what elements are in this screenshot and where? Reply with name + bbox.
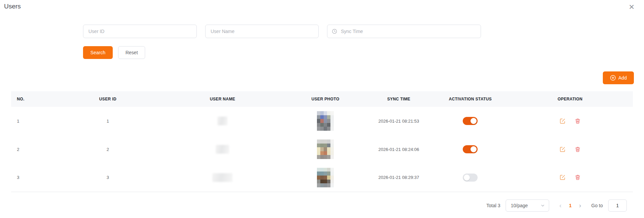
delete-icon[interactable] — [575, 175, 581, 180]
user-id-cell: 2 — [107, 147, 109, 152]
sync-time-field[interactable] — [327, 25, 481, 38]
col-header-operation: OPERATION — [507, 91, 633, 107]
user-photo — [317, 111, 334, 131]
search-button[interactable]: Search — [83, 46, 113, 59]
sync-time-cell: 2026-01-21 08:21:53 — [378, 119, 419, 124]
prev-page-icon[interactable]: ‹ — [559, 202, 561, 209]
chevron-down-icon — [541, 204, 545, 208]
add-button-label: Add — [618, 75, 627, 81]
goto-page-input[interactable] — [608, 199, 627, 212]
page-header: Users ✕ — [0, 0, 644, 11]
activation-toggle[interactable] — [463, 145, 478, 153]
user-id-cell: 3 — [107, 175, 109, 180]
total-count: Total 3 — [486, 203, 500, 208]
col-header-activation-status: ACTIVATION STATUS — [433, 91, 507, 107]
page-number-current[interactable]: 1 — [569, 203, 572, 208]
row-number: 3 — [17, 175, 19, 180]
goto-label: Go to — [591, 203, 603, 208]
close-icon[interactable]: ✕ — [628, 3, 635, 10]
page-size-select[interactable]: 10/page — [506, 199, 549, 212]
next-page-icon[interactable]: › — [579, 202, 581, 209]
filter-panel: Search Reset — [83, 25, 644, 59]
delete-icon[interactable] — [575, 147, 581, 152]
table-row: 2 2 2026-01-21 08:24:06 — [11, 135, 633, 163]
user-photo — [317, 139, 334, 159]
table-row: 1 1 2026-01-21 08:21:53 — [11, 107, 633, 135]
page-size-value: 10/page — [511, 203, 528, 208]
user-id-cell: 1 — [107, 119, 109, 124]
col-header-user-photo: USER PHOTO — [287, 91, 364, 107]
col-header-user-name: USER NAME — [159, 91, 287, 107]
user-name-field[interactable] — [205, 25, 319, 38]
plus-circle-icon — [610, 75, 616, 81]
sync-time-cell: 2026-01-21 08:29:37 — [378, 175, 419, 180]
user-name-redacted — [216, 145, 229, 154]
edit-icon[interactable] — [560, 175, 565, 180]
pagination-bar: Total 3 10/page ‹ 1 › Go to — [0, 199, 644, 212]
toggle-knob — [471, 146, 477, 152]
user-name-input[interactable] — [210, 28, 314, 34]
user-name-redacted — [212, 173, 233, 182]
user-id-field[interactable] — [83, 25, 197, 38]
row-number: 1 — [17, 119, 19, 124]
edit-icon[interactable] — [560, 118, 565, 124]
user-name-redacted — [217, 117, 227, 125]
user-id-input[interactable] — [88, 28, 192, 34]
users-table-wrap: NO. USER ID USER NAME USER PHOTO SYNC TI… — [11, 91, 633, 192]
edit-icon[interactable] — [560, 147, 565, 152]
users-table: NO. USER ID USER NAME USER PHOTO SYNC TI… — [11, 91, 633, 192]
add-button[interactable]: Add — [603, 71, 634, 84]
activation-toggle[interactable] — [463, 117, 478, 125]
col-header-no: NO. — [11, 91, 57, 107]
reset-button[interactable]: Reset — [118, 46, 145, 59]
col-header-user-id: USER ID — [57, 91, 158, 107]
sync-time-cell: 2026-01-21 08:24:06 — [378, 147, 419, 152]
col-header-sync-time: SYNC TIME — [364, 91, 433, 107]
clock-icon — [332, 29, 337, 34]
delete-icon[interactable] — [575, 118, 581, 124]
activation-toggle[interactable] — [463, 174, 478, 182]
table-toolbar: Add — [0, 71, 644, 84]
toggle-knob — [471, 118, 477, 124]
toggle-knob — [464, 175, 470, 181]
user-photo — [317, 168, 334, 187]
table-header-row: NO. USER ID USER NAME USER PHOTO SYNC TI… — [11, 91, 633, 107]
page-title: Users — [4, 3, 21, 10]
table-row: 3 3 2026-01-21 08:29:37 — [11, 163, 633, 192]
row-number: 2 — [17, 147, 19, 152]
sync-time-input[interactable] — [340, 28, 476, 34]
